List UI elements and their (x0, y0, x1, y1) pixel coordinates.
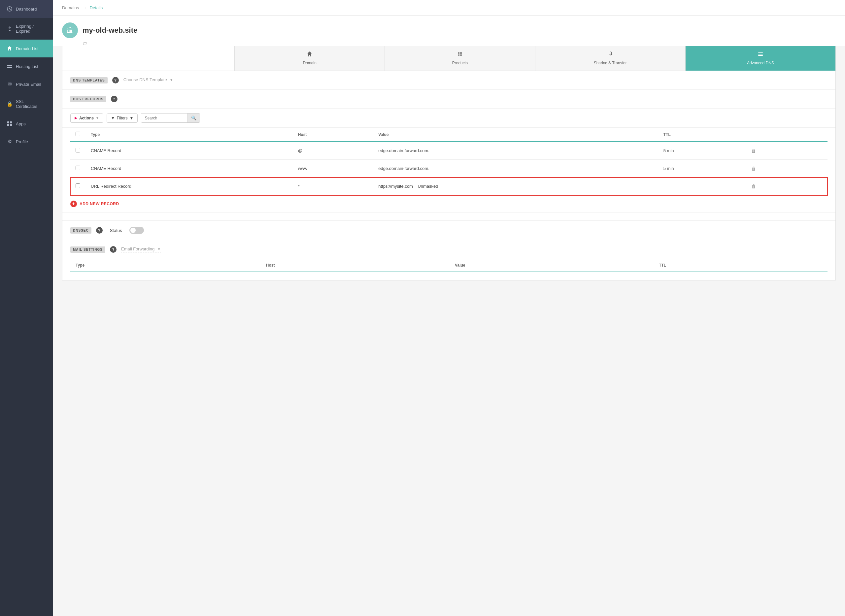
play-icon: ▶ (75, 116, 77, 120)
row3-host: * (293, 177, 373, 195)
sidebar-item-dashboard[interactable]: Dashboard (0, 0, 53, 18)
row1-host: @ (293, 142, 373, 160)
tab-domain[interactable]: Domain (235, 46, 385, 70)
search-button[interactable]: 🔍 (188, 113, 200, 122)
actions-label: Actions (79, 116, 94, 120)
table-row: CNAME Record @ edge.domain-forward.com. … (70, 142, 827, 160)
table-header-row: Type Host Value TTL (70, 128, 827, 142)
expiring-icon: ⏱ (7, 26, 13, 32)
sidebar-item-label: Private Email (16, 82, 41, 87)
sidebar-item-private-email[interactable]: ✉ Private Email (0, 75, 53, 93)
section-spacer (62, 213, 835, 221)
header-ttl: TTL (658, 128, 743, 142)
mail-settings-section: MAIL SETTINGS ? Email Forwarding ▼ (62, 240, 835, 259)
mail-header-ttl: TTL (654, 259, 827, 272)
sidebar-item-label: Domain List (16, 46, 39, 51)
svg-rect-7 (758, 53, 763, 53)
sidebar-item-ssl[interactable]: 🔒 SSL Certificates (0, 93, 53, 115)
search-box: 🔍 (141, 113, 200, 123)
domain-tag-row: 🏷 (62, 40, 836, 46)
sidebar-item-label: Profile (16, 139, 28, 144)
row3-value: https://mysite.com Unmasked (373, 177, 658, 195)
mail-settings-help-icon[interactable]: ? (110, 246, 116, 253)
toolbar: ▶ Actions ▼ ▼ Filters ▼ 🔍 (62, 109, 835, 128)
apps-icon (7, 121, 13, 127)
search-input[interactable] (141, 114, 188, 122)
row1-delete-button[interactable]: 🗑 (749, 147, 759, 155)
gear-icon: ⚙ (7, 139, 13, 145)
row2-checkbox[interactable] (76, 166, 80, 170)
chevron-down-icon-filters: ▼ (129, 116, 133, 120)
sidebar-item-label: Expiring / Expired (16, 24, 46, 34)
sidebar-item-label: Hosting List (16, 64, 38, 69)
row3-type: URL Redirect Record (85, 177, 293, 195)
sidebar-item-label: Dashboard (16, 7, 37, 12)
sidebar-item-apps[interactable]: Apps (0, 115, 53, 133)
topbar: Domains → Details (53, 0, 845, 16)
dnssec-help-icon[interactable]: ? (96, 227, 103, 233)
actions-button[interactable]: ▶ Actions ▼ (70, 113, 103, 123)
dns-templates-help-icon[interactable]: ? (112, 77, 119, 84)
home-icon (7, 45, 13, 51)
row2-ttl: 5 min (658, 160, 743, 177)
add-record-row: + ADD NEW RECORD (62, 195, 835, 213)
host-records-section: HOST RECORDS ? (62, 90, 835, 109)
header-value: Value (373, 128, 658, 142)
table-row: CNAME Record www edge.domain-forward.com… (70, 160, 827, 177)
row2-type: CNAME Record (85, 160, 293, 177)
add-record-button[interactable]: + ADD NEW RECORD (70, 201, 119, 207)
dns-templates-section: DNS TEMPLATES ? Choose DNS Template ▼ (62, 71, 835, 90)
hosting-icon (7, 63, 13, 69)
row2-value: edge.domain-forward.com. (373, 160, 658, 177)
content-panel: DNS TEMPLATES ? Choose DNS Template ▼ HO… (62, 71, 836, 280)
row3-delete-button[interactable]: 🗑 (749, 182, 759, 191)
mail-header-type: Type (70, 259, 261, 272)
sidebar-item-label: Apps (16, 122, 26, 126)
domain-name: my-old-web.site (82, 26, 137, 35)
header-host: Host (293, 128, 373, 142)
row1-value: edge.domain-forward.com. (373, 142, 658, 160)
domain-header: 🏛 my-old-web.site 🏷 (53, 16, 845, 46)
row2-host: www (293, 160, 373, 177)
tab-products[interactable]: Products (385, 46, 535, 70)
filters-button[interactable]: ▼ Filters ▼ (107, 113, 138, 123)
email-icon: ✉ (7, 81, 13, 87)
header-actions (743, 128, 827, 142)
mail-table-container: Type Host Value TTL (62, 259, 835, 280)
row3-checkbox[interactable] (76, 183, 80, 188)
tab-advanced-dns[interactable]: Advanced DNS (686, 46, 835, 70)
dns-table-container: Type Host Value TTL CNAME Record @ (62, 128, 835, 195)
tab-sharing-transfer[interactable]: Sharing & Transfer (535, 46, 686, 70)
sidebar-item-expiring[interactable]: ⏱ Expiring / Expired (0, 18, 53, 40)
sidebar-item-profile[interactable]: ⚙ Profile (0, 133, 53, 150)
advanced-dns-tab-icon (758, 51, 763, 59)
dnssec-label: DNSSEC (70, 227, 91, 233)
dnssec-toggle[interactable] (129, 227, 144, 234)
main-content: Domains → Details 🏛 my-old-web.site 🏷 Do… (53, 0, 845, 616)
add-circle-icon: + (70, 201, 77, 207)
dashboard-icon (7, 6, 13, 12)
select-all-checkbox[interactable] (76, 132, 80, 136)
breadcrumb-parent[interactable]: Domains (62, 5, 79, 10)
mail-table: Type Host Value TTL (70, 259, 827, 272)
tab-products-label: Products (452, 61, 468, 65)
sidebar-item-label: SSL Certificates (16, 99, 46, 109)
breadcrumb-current: Details (90, 5, 103, 10)
tab-spacer (62, 46, 235, 70)
row2-delete: 🗑 (743, 160, 827, 177)
sidebar-item-domain-list[interactable]: Domain List ◀ (0, 40, 53, 57)
svg-rect-8 (758, 54, 763, 54)
dns-templates-label: DNS TEMPLATES (70, 77, 107, 84)
dnssec-status-text: Status (110, 228, 122, 233)
dns-template-select[interactable]: Choose DNS Template ▼ (123, 77, 173, 83)
row1-checkbox[interactable] (76, 148, 80, 153)
host-records-help-icon[interactable]: ? (111, 96, 118, 102)
host-records-label: HOST RECORDS (70, 96, 106, 102)
mail-settings-select[interactable]: Email Forwarding ▼ (121, 246, 161, 252)
sidebar-item-hosting-list[interactable]: Hosting List (0, 57, 53, 75)
tab-advanced-dns-label: Advanced DNS (747, 61, 774, 65)
domain-icon: 🏛 (62, 22, 78, 38)
row3-ttl (658, 177, 743, 195)
row2-delete-button[interactable]: 🗑 (749, 164, 759, 173)
table-row: URL Redirect Record * https://mysite.com… (70, 177, 827, 195)
